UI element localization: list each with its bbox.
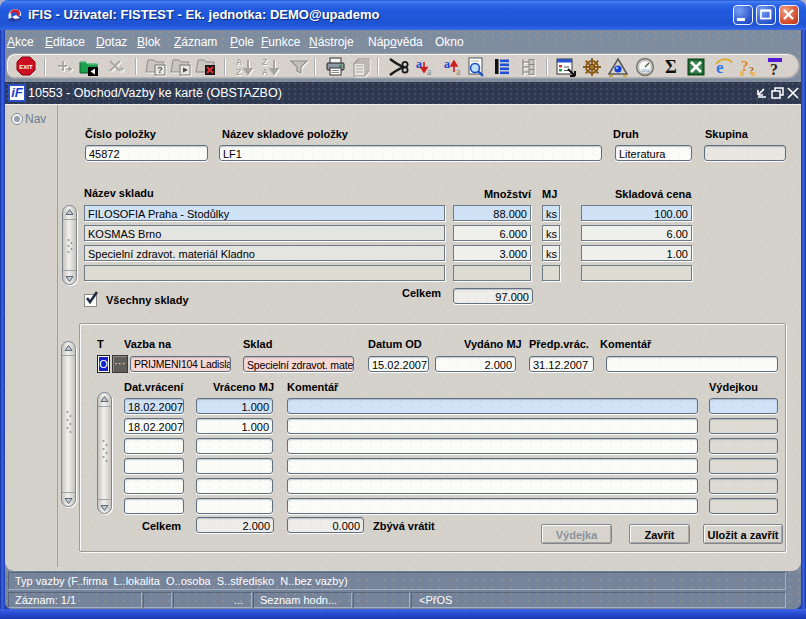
svg-text:?: ?	[157, 65, 163, 75]
svg-text:Z: Z	[262, 57, 268, 67]
svg-text:a: a	[427, 66, 432, 77]
svg-text:1314: 1314	[641, 69, 649, 73]
svg-text:A: A	[236, 57, 243, 67]
svg-text:EXIT: EXIT	[19, 64, 33, 70]
svg-text:Z: Z	[236, 67, 242, 77]
svg-text:Σ: Σ	[665, 57, 677, 77]
svg-text:a: a	[444, 57, 450, 71]
svg-text:A: A	[262, 67, 269, 77]
svg-text:a: a	[456, 66, 461, 77]
svg-text:?: ?	[770, 61, 778, 78]
